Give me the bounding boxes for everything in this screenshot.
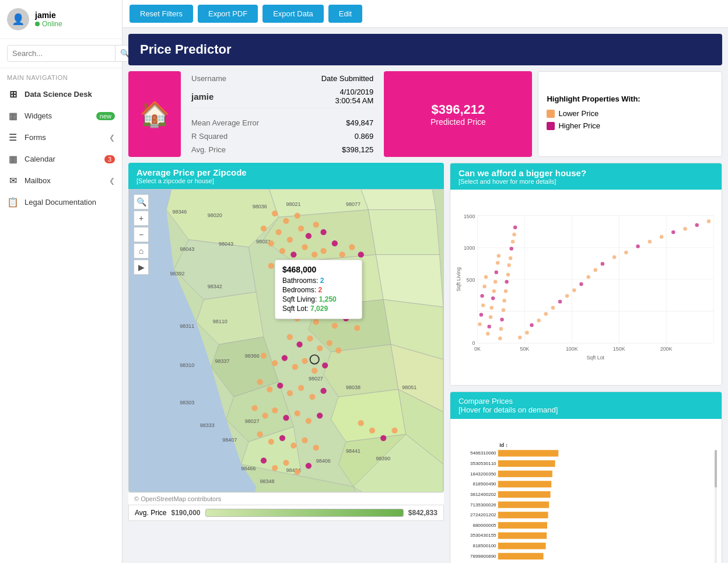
search-input[interactable]: [7, 45, 116, 62]
svg-text:98027: 98027: [245, 418, 260, 424]
svg-text:98441: 98441: [346, 448, 360, 454]
export-pdf-button[interactable]: Export PDF: [198, 5, 258, 23]
map-home-button[interactable]: ⌂: [134, 243, 149, 258]
map-arrow-button[interactable]: ▶: [134, 260, 149, 275]
map-subtitle: [Select a zipcode or house]: [136, 177, 436, 184]
svg-point-73: [340, 251, 345, 257]
svg-text:98043: 98043: [180, 246, 194, 252]
sidebar-item-widgets[interactable]: ▦ Widgets new: [0, 105, 122, 127]
svg-point-129: [268, 439, 274, 445]
scatter-chart-section: Can we afford a bigger house? [Select an…: [450, 163, 722, 386]
avg-price-label: Avg. Price: [188, 144, 293, 156]
info-row: 🏠 Username Date Submitted jamie 4/10/201…: [128, 71, 722, 157]
svg-point-198: [551, 306, 555, 309]
svg-point-213: [695, 223, 698, 227]
lower-price-label: Lower Price: [558, 109, 598, 118]
svg-point-101: [287, 334, 293, 340]
svg-point-169: [486, 332, 489, 335]
svg-text:98020: 98020: [208, 212, 222, 218]
svg-point-168: [484, 275, 488, 279]
bar-chart-title: Compare Prices: [459, 397, 713, 405]
svg-point-185: [505, 280, 508, 284]
svg-point-134: [261, 457, 267, 463]
svg-text:1000: 1000: [464, 245, 475, 251]
svg-point-137: [295, 468, 300, 474]
svg-point-182: [502, 308, 505, 312]
svg-text:200K: 200K: [660, 346, 673, 352]
svg-point-199: [558, 300, 562, 303]
svg-point-98: [332, 323, 338, 328]
svg-point-59: [261, 225, 267, 231]
svg-rect-226: [498, 491, 551, 498]
svg-rect-250: [715, 450, 717, 487]
tooltip-sqft-living: Sqft Living: 1,250: [282, 295, 355, 303]
map-search-button[interactable]: 🔍: [134, 194, 149, 209]
svg-point-133: [313, 445, 319, 450]
bar-chart-section: Compare Prices [Hover for details on dem…: [450, 391, 722, 563]
sidebar-item-mailbox[interactable]: ✉ Mailbox ❮: [0, 170, 122, 191]
calendar-badge: 3: [104, 155, 115, 163]
predicted-price: $396,212: [396, 102, 520, 117]
svg-point-188: [509, 256, 512, 260]
svg-text:98311: 98311: [180, 323, 194, 329]
svg-point-102: [296, 341, 302, 347]
sidebar-item-forms[interactable]: ☰ Forms ❮: [0, 127, 122, 148]
svg-rect-236: [498, 543, 546, 549]
svg-point-142: [391, 428, 397, 433]
svg-text:100K: 100K: [566, 346, 578, 352]
svg-text:98038: 98038: [346, 384, 360, 390]
edit-button[interactable]: Edit: [328, 5, 362, 23]
bar-chart-header: Compare Prices [Hover for details on dem…: [450, 392, 722, 419]
svg-point-61: [287, 237, 293, 243]
svg-point-109: [282, 355, 288, 361]
svg-point-100: [354, 325, 360, 331]
svg-point-205: [601, 262, 604, 265]
sidebar-item-data-science-desk[interactable]: ⊞ Data Science Desk: [0, 83, 122, 105]
svg-point-106: [335, 348, 341, 354]
svg-text:98021: 98021: [286, 201, 300, 207]
svg-text:50K: 50K: [520, 346, 529, 352]
map-container[interactable]: 98032 98012 98296 98034 98346 98020 9803…: [128, 189, 444, 492]
sidebar: 👤 jamie Online 🔍 MAIN NAVIGATION ⊞ Data …: [0, 0, 123, 563]
sidebar-item-legal[interactable]: 📋 Legal Documentation: [0, 191, 122, 213]
export-data-button[interactable]: Export Data: [262, 5, 324, 23]
svg-point-116: [277, 383, 283, 389]
map-zoom-out-button[interactable]: −: [134, 227, 149, 242]
svg-point-111: [302, 358, 307, 364]
svg-point-194: [525, 331, 528, 334]
svg-text:98333: 98333: [200, 422, 215, 428]
legal-icon: 📋: [7, 197, 19, 208]
svg-point-181: [500, 317, 503, 321]
sidebar-item-label: Forms: [24, 133, 46, 142]
lower-price-swatch: [547, 110, 555, 118]
highlight-card: Highlight Properties With: Lower Price H…: [538, 71, 722, 157]
svg-point-167: [482, 285, 486, 288]
svg-point-212: [683, 227, 687, 230]
svg-point-118: [298, 385, 304, 391]
svg-point-172: [489, 306, 493, 309]
map-footer: © OpenStreetMap contributors: [128, 492, 444, 505]
sidebar-item-calendar[interactable]: ▦ Calendar 3: [0, 148, 122, 170]
svg-point-120: [320, 388, 326, 394]
svg-point-66: [268, 240, 274, 246]
avg-price-label: Avg. Price: [135, 509, 166, 517]
map-zoom-in-button[interactable]: +: [134, 211, 149, 226]
svg-point-128: [257, 431, 262, 437]
status-dot: [35, 22, 40, 26]
page-title: Price Predictor: [140, 42, 710, 57]
svg-text:Id ↕: Id ↕: [499, 442, 508, 448]
svg-rect-238: [498, 553, 544, 559]
mae-value: $49,847: [294, 117, 377, 129]
svg-text:98466: 98466: [241, 466, 256, 471]
svg-text:98366: 98366: [245, 354, 260, 359]
svg-text:98346: 98346: [172, 209, 187, 215]
date-label: Date Submitted: [294, 72, 377, 85]
svg-marker-16: [376, 254, 443, 307]
svg-point-200: [565, 294, 569, 298]
mae-label: Mean Average Error: [188, 117, 293, 129]
reset-filters-button[interactable]: Reset Filters: [130, 5, 193, 23]
status-label: Online: [42, 20, 62, 28]
svg-point-76: [268, 263, 274, 269]
sidebar-item-label: Data Science Desk: [24, 90, 92, 99]
svg-point-141: [380, 435, 386, 441]
